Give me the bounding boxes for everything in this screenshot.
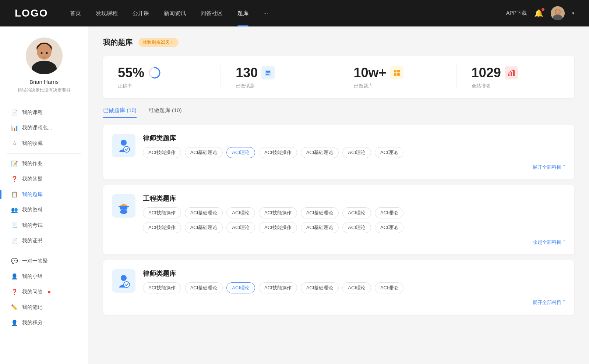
l2-tag-6[interactable]: ACI理论 [375,282,403,293]
l2-tag-0[interactable]: ACI技能操作 [143,282,181,293]
tag-4[interactable]: ACI基础理论 [301,147,339,158]
sidebar-item-points[interactable]: 👤 我的积分 [0,315,88,331]
header-right: APP下载 🔔 ▾ [506,6,574,20]
nav-qa[interactable]: 问答社区 [201,10,223,17]
accuracy-icon [148,66,161,79]
tag-1[interactable]: ACI基础理论 [185,147,223,158]
sidebar-item-certificate[interactable]: 📄 我的证书 [0,233,88,249]
sidebar-item-group[interactable]: 👤 我的小组 [0,269,88,284]
tag-0[interactable]: ACI技能操作 [143,147,181,158]
lawyer-tags-1: ACI技能操作 ACI基础理论 ACI理论 ACI技能操作 ACI基础理论 AC… [143,147,565,158]
lawyer-bank-name-2: 律师类题库 [143,269,565,278]
svg-rect-26 [119,206,129,207]
nav-news[interactable]: 新闻资讯 [164,10,186,17]
nav-opencourse[interactable]: 公开课 [133,10,149,17]
l2-tag-3[interactable]: ACI技能操作 [259,282,297,293]
done-banks-value: 10w+ [354,65,387,81]
tab-available[interactable]: 可做题库 (10) [148,107,182,118]
done-questions-value: 130 [236,65,258,81]
user-avatar[interactable] [551,6,565,20]
nav-questionbank[interactable]: 题库 [237,10,248,17]
courses-icon: 📄 [11,109,18,116]
l2-tag-4[interactable]: ACI基础理论 [301,282,339,293]
eng-tag2-0[interactable]: ACI技能操作 [143,222,181,233]
main-content: 我的题库 体验剩余23天！ 55% 正确率 13 [88,26,589,364]
expand-link-1[interactable]: 展开全部科目 ˅ [112,164,565,171]
lawyer-bank-name-1: 律师类题库 [143,134,565,143]
svg-rect-22 [513,70,515,76]
bank-card-lawyer-2: 律师类题库 ACI技能操作 ACI基础理论 ACI理论 ACI技能操作 ACI基… [103,260,574,315]
svg-point-7 [37,44,51,59]
l2-tag-1[interactable]: ACI基础理论 [185,282,223,293]
favorites-icon: ☆ [11,140,18,147]
sidebar-item-qa[interactable]: ❓ 我的答疑 [0,171,88,187]
svg-rect-18 [394,73,396,76]
sidebar-item-courses[interactable]: 📄 我的课程 [0,105,88,120]
tag-5[interactable]: ACI理论 [342,147,371,158]
expand-link-2[interactable]: 展开全部科目 ˅ [112,299,565,306]
questions-icon: ❓ [11,289,18,295]
stat-done-banks: 10w+ 已做题库 [339,65,457,89]
svg-point-8 [40,52,42,54]
eng-tag2-1[interactable]: ACI基础理论 [185,222,223,233]
tab-done[interactable]: 已做题库 (10) [103,107,137,118]
l2-tag-2[interactable]: ACI理论 [226,282,255,293]
qa-icon: ❓ [11,176,18,182]
sidebar-item-favorites[interactable]: ☆ 我的收藏 [0,136,88,151]
sidebar-item-questions[interactable]: ❓ 我的问答 [0,284,88,300]
collapse-link[interactable]: 收起全部科目 ˄ [112,239,565,246]
bell-icon[interactable]: 🔔 [534,9,543,18]
page-layout: Brian Harris 错误的决定比没有决定要好 📄 我的课程 📊 我的课程包… [0,0,589,364]
engineer-tags-row1: ACI技能操作 ACI基础理论 ACI理论 ACI技能操作 ACI基础理论 AC… [143,207,565,218]
svg-rect-14 [266,72,270,73]
done-banks-icon [390,66,403,79]
tag-6[interactable]: ACI理论 [375,147,403,158]
tag-3[interactable]: ACI技能操作 [259,147,297,158]
svg-rect-20 [508,74,509,76]
nav-more[interactable]: ··· [263,10,268,17]
notification-dot [542,8,544,11]
sidebar-item-exam[interactable]: 📃 我的考试 [0,218,88,233]
sidebar: Brian Harris 错误的决定比没有决定要好 📄 我的课程 📊 我的课程包… [0,26,88,364]
eng-tag-0[interactable]: ACI技能操作 [143,207,181,218]
eng-tag2-2[interactable]: ACI理论 [226,222,255,233]
tag-2[interactable]: ACI理论 [226,147,255,158]
sidebar-item-tutoring[interactable]: 💬 一对一答疑 [0,253,88,269]
lawyer-bank-icon-2 [112,269,135,293]
eng-tag-2[interactable]: ACI理论 [226,207,255,218]
sidebar-item-questionbank[interactable]: 📋 我的题库 [0,187,88,202]
lawyer-bank-icon-1 [112,134,135,157]
stats-row: 55% 正确率 130 [103,56,574,98]
svg-rect-21 [511,72,512,76]
eng-tag-3[interactable]: ACI技能操作 [259,207,297,218]
stat-done-questions: 130 已做试题 [221,65,339,89]
nav-discover[interactable]: 发现课程 [96,10,118,17]
svg-point-28 [121,275,127,281]
eng-tag-1[interactable]: ACI基础理论 [185,207,223,218]
eng-tag-6[interactable]: ACI理论 [375,207,403,218]
ranking-label: 全站排名 [472,83,491,89]
l2-tag-5[interactable]: ACI理论 [342,282,371,293]
app-download[interactable]: APP下载 [506,10,527,17]
nav-home[interactable]: 首页 [70,10,81,17]
sidebar-menu: 📄 我的课程 📊 我的课程包... ☆ 我的收藏 📝 我的作业 ❓ 我的答疑 � [0,101,88,334]
questionbank-icon: 📋 [11,191,18,198]
eng-tag2-3[interactable]: ACI技能操作 [259,222,297,233]
eng-tag-5[interactable]: ACI理论 [342,207,371,218]
svg-point-27 [120,210,127,214]
user-dropdown-icon[interactable]: ▾ [572,11,574,16]
sidebar-item-profile[interactable]: 👥 我的资料 [0,202,88,218]
engineer-bank-icon [112,194,135,218]
accuracy-value: 55% [118,65,144,81]
sidebar-item-course-packages[interactable]: 📊 我的课程包... [0,120,88,136]
eng-tag2-6[interactable]: ACI理论 [375,222,403,233]
sidebar-item-homework[interactable]: 📝 我的作业 [0,156,88,171]
eng-tag2-5[interactable]: ACI理论 [342,222,371,233]
svg-rect-17 [397,70,400,72]
homework-icon: 📝 [11,160,18,167]
eng-tag2-4[interactable]: ACI基础理论 [301,222,339,233]
done-questions-icon [261,66,275,79]
eng-tag-4[interactable]: ACI基础理论 [301,207,339,218]
profile-avatar [26,38,63,74]
sidebar-item-notes[interactable]: ✏️ 我的笔记 [0,300,88,315]
